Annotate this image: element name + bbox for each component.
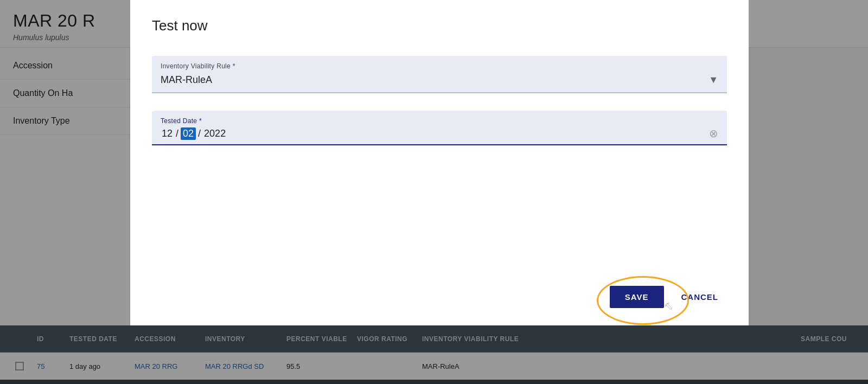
clear-date-icon[interactable]: ⊗ [709, 127, 718, 140]
modal-footer: SAVE ↖ CANCEL [152, 277, 727, 308]
test-now-modal: Test now Inventory Viability Rule * MAR-… [130, 0, 749, 325]
cursor-icon: ↖ [663, 298, 673, 312]
date-separator-1: / [176, 128, 178, 139]
save-button[interactable]: SAVE [610, 286, 664, 308]
date-month[interactable]: 12 [161, 127, 174, 140]
viability-rule-select[interactable]: MAR-RuleA ▼ [161, 72, 718, 88]
viability-rule-value: MAR-RuleA [161, 72, 212, 88]
date-separator-2: / [198, 128, 201, 139]
date-value: 12 / 02 / 2022 [161, 127, 227, 140]
dropdown-arrow-icon: ▼ [709, 74, 718, 86]
cancel-button[interactable]: CANCEL [673, 286, 727, 308]
date-field-wrapper[interactable]: 12 / 02 / 2022 ⊗ [161, 127, 718, 140]
date-year[interactable]: 2022 [203, 127, 227, 140]
date-day[interactable]: 02 [181, 127, 196, 140]
viability-rule-field[interactable]: Inventory Viability Rule * MAR-RuleA ▼ [152, 56, 727, 93]
save-button-wrapper: SAVE ↖ [610, 286, 664, 308]
modal-title: Test now [152, 17, 727, 34]
tested-date-field[interactable]: Tested Date * 12 / 02 / 2022 ⊗ [152, 111, 727, 145]
viability-rule-label: Inventory Viability Rule * [161, 62, 718, 70]
tested-date-label: Tested Date * [161, 117, 718, 125]
